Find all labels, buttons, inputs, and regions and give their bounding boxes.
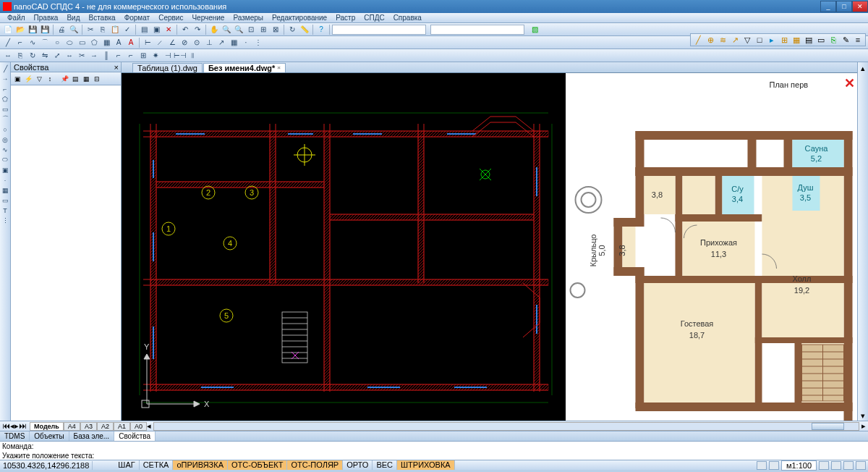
prop-sort-icon[interactable]: ↕ [45,74,55,84]
copy2-icon[interactable]: ⎘ [14,50,26,62]
scroll-down-icon[interactable]: ▾ [861,411,865,421]
hatch-icon[interactable]: ▦ [101,37,112,49]
vtool-poly-icon[interactable]: ⬠ [1,94,10,104]
spds-axis-icon[interactable]: ⊕ [705,34,716,46]
layout-tab-a0[interactable]: A0 [130,422,147,431]
spds-wall-icon[interactable]: ╱ [692,34,704,46]
menu-raster[interactable]: Растр [331,13,359,22]
zoom-out-icon[interactable]: 🔍 [233,24,244,35]
status-i2-icon[interactable] [831,461,841,470]
command-line[interactable]: Команда: Укажите положение текста: [0,441,868,460]
status-i1-icon[interactable] [819,461,829,470]
prop-select-icon[interactable]: ▣ [12,74,22,84]
menu-help[interactable]: Справка [389,13,426,22]
vtool-more-icon[interactable]: ⋮ [1,216,10,225]
mtext-icon[interactable]: A [125,37,137,49]
prop-grid-icon[interactable]: ▦ [81,74,91,84]
cut-icon[interactable]: ✂ [85,24,96,35]
scale-icon[interactable]: ⤢ [51,50,63,62]
trim-icon[interactable]: ✂ [76,50,88,62]
spds-mark-icon[interactable]: □ [754,34,765,46]
menu-draw[interactable]: Черчение [187,13,229,22]
zoom-window-icon[interactable]: ⊡ [245,24,257,35]
divide-icon[interactable]: ⋮ [252,37,264,49]
spds-break-icon[interactable]: ≋ [717,34,728,46]
menu-dimensions[interactable]: Размеры [229,13,268,22]
dim-dia-icon[interactable]: ⊙ [191,37,203,49]
fillet-icon[interactable]: ⌐ [113,50,124,62]
style-icon[interactable]: ▧ [529,24,540,35]
menu-service[interactable]: Сервис [154,13,187,22]
scroll-left-icon[interactable]: ◂ [147,421,151,431]
vtool-circle-icon[interactable]: ○ [1,125,10,134]
spds-table-icon[interactable]: ▤ [803,34,814,46]
dim-ord-icon[interactable]: ⊥ [203,37,215,49]
layers-icon[interactable]: ▤ [138,24,150,35]
spds-sect-icon[interactable]: ⊞ [778,34,790,46]
close-button[interactable]: ✕ [852,1,868,12]
vtool-arc-icon[interactable]: ⌒ [1,114,10,124]
scroll-up-icon[interactable]: ▴ [861,64,865,73]
menu-file[interactable]: Файл [3,13,30,22]
ellipse-icon[interactable]: ⬭ [64,37,75,49]
zoom-extents-icon[interactable]: ⊞ [258,24,269,35]
vtool-line-icon[interactable]: ╱ [1,64,10,73]
dim-align-icon[interactable]: ⟋ [154,37,166,49]
tab-tdms[interactable]: TDMS [0,431,30,441]
right-scrollbar[interactable]: ▴ ▾ [857,62,868,421]
menu-edit[interactable]: Правка [30,13,63,22]
panel-close-icon[interactable]: × [114,62,119,72]
vtool-pt-icon[interactable]: · [1,175,10,185]
status-snap[interactable]: ШАГ [114,460,139,470]
block-icon[interactable]: ▣ [150,24,162,35]
status-osnap[interactable]: оПРИВЯЗКА [173,460,228,470]
tab-drawing-2[interactable]: Без имени4.dwg* × [203,63,286,72]
status-otrack-obj[interactable]: ОТС-ОБЪЕКТ [228,460,287,470]
model-tab[interactable]: Модель [30,422,64,431]
tab-properties[interactable]: Свойства [114,431,156,441]
status-otrack-polar[interactable]: ОТС-ПОЛЯР [287,460,343,470]
spds-edit-icon[interactable]: ✎ [840,34,851,46]
vtool-block-icon[interactable]: ▣ [1,165,10,174]
spds-level-icon[interactable]: ▽ [741,34,753,46]
vtool-hatch-icon[interactable]: ▦ [1,185,10,195]
tab-close-icon[interactable]: × [277,64,281,72]
extend-icon[interactable]: → [88,50,100,62]
prop-tree-icon[interactable]: ⊟ [92,74,102,84]
line-icon[interactable]: ╱ [2,37,14,49]
rect-icon[interactable]: ▭ [76,37,88,49]
vtool-rect-icon[interactable]: ▭ [1,104,10,114]
explode-icon[interactable]: ✷ [150,50,161,62]
polygon-icon[interactable]: ⬠ [88,37,100,49]
minimize-button[interactable]: _ [820,1,836,12]
status-lweight[interactable]: ВЕС [373,460,397,470]
prop-list-icon[interactable]: ▤ [70,74,80,84]
tab-last-icon[interactable]: ⏭ [19,421,27,431]
vtool-donut-icon[interactable]: ◎ [1,135,10,144]
offset-icon[interactable]: ║ [101,50,112,62]
dim-linear-icon[interactable]: ⊢ [142,37,153,49]
command-input-1[interactable] [332,25,426,35]
chamfer-icon[interactable]: ⌐ [125,50,137,62]
vtool-pline-icon[interactable]: ⌐ [1,84,10,93]
prop-pin-icon[interactable]: 📌 [59,74,69,84]
spds-format-icon[interactable]: ▭ [815,34,827,46]
zoom-all-icon[interactable]: ⊠ [270,24,281,35]
menu-format[interactable]: Формат [120,13,155,22]
tab-drawing-1[interactable]: Таблица (1).dwg [132,63,203,72]
layout-tab-a4[interactable]: A4 [64,422,80,431]
circle-icon[interactable]: ○ [51,37,63,49]
point-icon[interactable]: · [240,37,252,49]
redo-icon[interactable]: ↷ [192,24,203,35]
horizontal-scrollbar[interactable]: ◂ ▸ [147,421,868,431]
spds-note-icon[interactable]: ↗ [729,34,741,46]
menu-spds[interactable]: СПДС [359,13,388,22]
copy-icon[interactable]: ⎘ [97,24,109,35]
saveall-icon[interactable]: 💾 [39,24,51,35]
cad-canvas[interactable]: 1 2 3 4 5 X Y [122,73,566,421]
print-icon[interactable]: 🖨 [56,24,67,35]
arc-icon[interactable]: ⌒ [39,37,51,49]
status-scale[interactable]: м1:100 [781,460,817,471]
spds-weld-icon[interactable]: ▸ [766,34,778,46]
menu-modify[interactable]: Редактирование [268,13,331,22]
